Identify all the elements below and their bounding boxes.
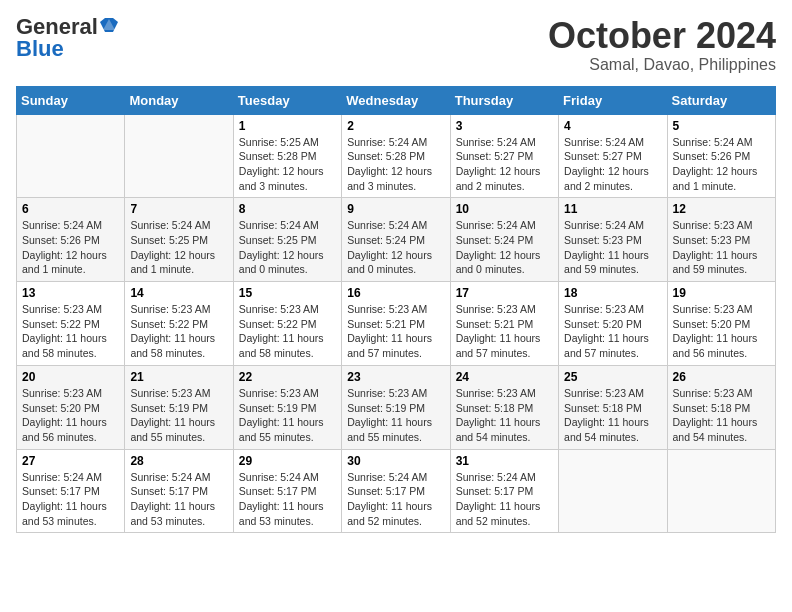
calendar-table: SundayMondayTuesdayWednesdayThursdayFrid… [16, 86, 776, 534]
day-number: 1 [239, 119, 336, 133]
day-detail: Sunrise: 5:23 AMSunset: 5:21 PMDaylight:… [347, 302, 444, 361]
calendar-cell: 18Sunrise: 5:23 AMSunset: 5:20 PMDayligh… [559, 282, 667, 366]
calendar-cell: 5Sunrise: 5:24 AMSunset: 5:26 PMDaylight… [667, 114, 775, 198]
day-detail: Sunrise: 5:24 AMSunset: 5:25 PMDaylight:… [239, 218, 336, 277]
day-number: 20 [22, 370, 119, 384]
day-number: 6 [22, 202, 119, 216]
location-subtitle: Samal, Davao, Philippines [548, 56, 776, 74]
day-detail: Sunrise: 5:24 AMSunset: 5:24 PMDaylight:… [347, 218, 444, 277]
day-number: 7 [130, 202, 227, 216]
calendar-cell: 14Sunrise: 5:23 AMSunset: 5:22 PMDayligh… [125, 282, 233, 366]
calendar-cell [667, 449, 775, 533]
logo: General Blue [16, 16, 118, 60]
calendar-cell: 2Sunrise: 5:24 AMSunset: 5:28 PMDaylight… [342, 114, 450, 198]
day-number: 16 [347, 286, 444, 300]
day-detail: Sunrise: 5:23 AMSunset: 5:20 PMDaylight:… [22, 386, 119, 445]
day-detail: Sunrise: 5:25 AMSunset: 5:28 PMDaylight:… [239, 135, 336, 194]
header-row: SundayMondayTuesdayWednesdayThursdayFrid… [17, 86, 776, 114]
day-of-week-header: Monday [125, 86, 233, 114]
day-detail: Sunrise: 5:24 AMSunset: 5:26 PMDaylight:… [673, 135, 770, 194]
calendar-cell: 16Sunrise: 5:23 AMSunset: 5:21 PMDayligh… [342, 282, 450, 366]
calendar-cell: 1Sunrise: 5:25 AMSunset: 5:28 PMDaylight… [233, 114, 341, 198]
day-number: 15 [239, 286, 336, 300]
day-number: 21 [130, 370, 227, 384]
day-number: 19 [673, 286, 770, 300]
day-number: 22 [239, 370, 336, 384]
day-number: 13 [22, 286, 119, 300]
calendar-cell [559, 449, 667, 533]
day-detail: Sunrise: 5:24 AMSunset: 5:25 PMDaylight:… [130, 218, 227, 277]
calendar-cell [125, 114, 233, 198]
day-number: 27 [22, 454, 119, 468]
day-detail: Sunrise: 5:23 AMSunset: 5:20 PMDaylight:… [564, 302, 661, 361]
calendar-cell: 31Sunrise: 5:24 AMSunset: 5:17 PMDayligh… [450, 449, 558, 533]
day-detail: Sunrise: 5:24 AMSunset: 5:17 PMDaylight:… [130, 470, 227, 529]
calendar-cell: 24Sunrise: 5:23 AMSunset: 5:18 PMDayligh… [450, 365, 558, 449]
day-number: 26 [673, 370, 770, 384]
calendar-cell: 12Sunrise: 5:23 AMSunset: 5:23 PMDayligh… [667, 198, 775, 282]
day-detail: Sunrise: 5:24 AMSunset: 5:27 PMDaylight:… [564, 135, 661, 194]
day-detail: Sunrise: 5:24 AMSunset: 5:28 PMDaylight:… [347, 135, 444, 194]
day-detail: Sunrise: 5:24 AMSunset: 5:23 PMDaylight:… [564, 218, 661, 277]
day-of-week-header: Friday [559, 86, 667, 114]
day-of-week-header: Thursday [450, 86, 558, 114]
day-detail: Sunrise: 5:23 AMSunset: 5:21 PMDaylight:… [456, 302, 553, 361]
day-number: 4 [564, 119, 661, 133]
calendar-cell: 11Sunrise: 5:24 AMSunset: 5:23 PMDayligh… [559, 198, 667, 282]
calendar-cell: 26Sunrise: 5:23 AMSunset: 5:18 PMDayligh… [667, 365, 775, 449]
day-number: 10 [456, 202, 553, 216]
day-number: 31 [456, 454, 553, 468]
day-number: 2 [347, 119, 444, 133]
calendar-cell: 6Sunrise: 5:24 AMSunset: 5:26 PMDaylight… [17, 198, 125, 282]
calendar-cell: 22Sunrise: 5:23 AMSunset: 5:19 PMDayligh… [233, 365, 341, 449]
day-detail: Sunrise: 5:24 AMSunset: 5:26 PMDaylight:… [22, 218, 119, 277]
calendar-cell: 13Sunrise: 5:23 AMSunset: 5:22 PMDayligh… [17, 282, 125, 366]
calendar-cell: 8Sunrise: 5:24 AMSunset: 5:25 PMDaylight… [233, 198, 341, 282]
day-of-week-header: Saturday [667, 86, 775, 114]
logo-triangle-icon [100, 16, 118, 34]
day-number: 5 [673, 119, 770, 133]
day-detail: Sunrise: 5:23 AMSunset: 5:18 PMDaylight:… [456, 386, 553, 445]
day-detail: Sunrise: 5:23 AMSunset: 5:20 PMDaylight:… [673, 302, 770, 361]
day-detail: Sunrise: 5:23 AMSunset: 5:23 PMDaylight:… [673, 218, 770, 277]
day-number: 9 [347, 202, 444, 216]
day-number: 30 [347, 454, 444, 468]
calendar-week-row: 1Sunrise: 5:25 AMSunset: 5:28 PMDaylight… [17, 114, 776, 198]
title-block: October 2024 Samal, Davao, Philippines [548, 16, 776, 74]
day-of-week-header: Wednesday [342, 86, 450, 114]
day-number: 24 [456, 370, 553, 384]
calendar-cell: 10Sunrise: 5:24 AMSunset: 5:24 PMDayligh… [450, 198, 558, 282]
calendar-cell: 20Sunrise: 5:23 AMSunset: 5:20 PMDayligh… [17, 365, 125, 449]
calendar-cell [17, 114, 125, 198]
calendar-cell: 28Sunrise: 5:24 AMSunset: 5:17 PMDayligh… [125, 449, 233, 533]
day-detail: Sunrise: 5:24 AMSunset: 5:27 PMDaylight:… [456, 135, 553, 194]
day-detail: Sunrise: 5:24 AMSunset: 5:24 PMDaylight:… [456, 218, 553, 277]
calendar-week-row: 6Sunrise: 5:24 AMSunset: 5:26 PMDaylight… [17, 198, 776, 282]
day-detail: Sunrise: 5:23 AMSunset: 5:19 PMDaylight:… [239, 386, 336, 445]
calendar-cell: 7Sunrise: 5:24 AMSunset: 5:25 PMDaylight… [125, 198, 233, 282]
day-detail: Sunrise: 5:23 AMSunset: 5:22 PMDaylight:… [130, 302, 227, 361]
day-detail: Sunrise: 5:23 AMSunset: 5:22 PMDaylight:… [239, 302, 336, 361]
day-number: 12 [673, 202, 770, 216]
day-of-week-header: Tuesday [233, 86, 341, 114]
day-detail: Sunrise: 5:23 AMSunset: 5:22 PMDaylight:… [22, 302, 119, 361]
day-number: 3 [456, 119, 553, 133]
logo-blue-text: Blue [16, 38, 64, 60]
calendar-cell: 9Sunrise: 5:24 AMSunset: 5:24 PMDaylight… [342, 198, 450, 282]
calendar-cell: 27Sunrise: 5:24 AMSunset: 5:17 PMDayligh… [17, 449, 125, 533]
day-detail: Sunrise: 5:23 AMSunset: 5:18 PMDaylight:… [673, 386, 770, 445]
day-detail: Sunrise: 5:24 AMSunset: 5:17 PMDaylight:… [456, 470, 553, 529]
day-number: 11 [564, 202, 661, 216]
calendar-cell: 3Sunrise: 5:24 AMSunset: 5:27 PMDaylight… [450, 114, 558, 198]
day-detail: Sunrise: 5:23 AMSunset: 5:19 PMDaylight:… [347, 386, 444, 445]
day-detail: Sunrise: 5:24 AMSunset: 5:17 PMDaylight:… [239, 470, 336, 529]
day-number: 8 [239, 202, 336, 216]
calendar-week-row: 20Sunrise: 5:23 AMSunset: 5:20 PMDayligh… [17, 365, 776, 449]
calendar-cell: 19Sunrise: 5:23 AMSunset: 5:20 PMDayligh… [667, 282, 775, 366]
calendar-week-row: 27Sunrise: 5:24 AMSunset: 5:17 PMDayligh… [17, 449, 776, 533]
day-number: 14 [130, 286, 227, 300]
logo-general-text: General [16, 16, 98, 38]
calendar-cell: 17Sunrise: 5:23 AMSunset: 5:21 PMDayligh… [450, 282, 558, 366]
day-number: 29 [239, 454, 336, 468]
calendar-week-row: 13Sunrise: 5:23 AMSunset: 5:22 PMDayligh… [17, 282, 776, 366]
